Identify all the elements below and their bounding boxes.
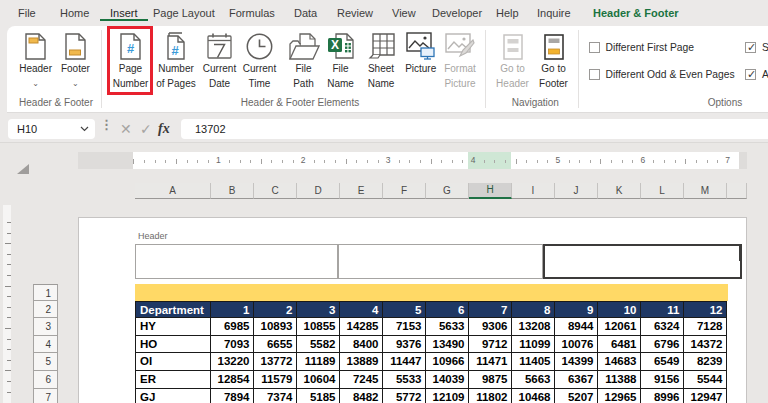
- svg-text:#: #: [171, 43, 179, 58]
- svg-text:X: X: [330, 38, 338, 52]
